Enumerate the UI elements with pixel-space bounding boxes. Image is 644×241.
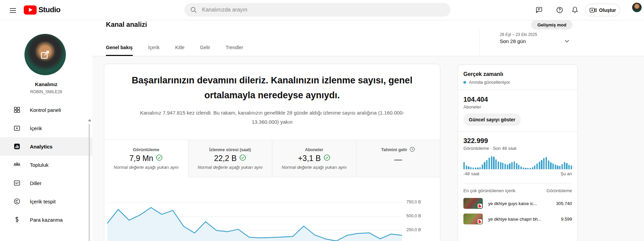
- tab-trendler[interactable]: Trendler: [226, 45, 243, 56]
- realtime-bar: [463, 162, 465, 169]
- check-circle-icon: [239, 154, 246, 163]
- feedback-button[interactable]: [532, 3, 546, 17]
- hamburger-menu-button[interactable]: [6, 4, 20, 17]
- popout-arrow-icon: [39, 49, 51, 60]
- sidebar-item-diller[interactable]: Diller: [0, 174, 92, 192]
- realtime-bar: [498, 161, 499, 169]
- realtime-bar: [477, 167, 478, 169]
- overview-card: Başarılarınızın devamını dileriz. Kanalı…: [104, 64, 440, 241]
- realtime-subscribers-value: 104.404: [463, 96, 572, 103]
- y-axis-tick: 500,0 B: [406, 214, 427, 218]
- realtime-bar: [473, 167, 474, 169]
- feedback-icon: [535, 6, 543, 14]
- realtime-bar: [543, 158, 545, 169]
- date-range-text: 26 Eyl – 23 Eki 2025: [500, 32, 537, 37]
- sidebar-item-label: İçerik tespit: [30, 199, 56, 204]
- realtime-bar: [552, 163, 554, 169]
- search-bar[interactable]: [184, 3, 450, 17]
- metric-value: 22,2 B: [214, 154, 237, 163]
- metric-card-2[interactable]: Aboneler+3,1 BNormal değerle aşağı yukar…: [272, 140, 356, 177]
- overview-headline: Başarılarınızın devamını dileriz. Kanalı…: [128, 73, 416, 103]
- top-content-views-header: Görüntüleme: [547, 188, 572, 193]
- page-title: Kanal analizi: [106, 21, 147, 28]
- analytics-icon: [13, 142, 21, 150]
- views-line-chart[interactable]: [107, 188, 402, 241]
- help-button[interactable]: [553, 3, 566, 17]
- tab-gelir[interactable]: Gelir: [200, 45, 210, 56]
- sidebar-item-kontrol-paneli[interactable]: Kontrol paneli: [0, 101, 92, 119]
- video-title: ye dkhiye guys kaise ic...: [488, 201, 551, 206]
- realtime-bar-chart[interactable]: [463, 156, 572, 169]
- youtube-logo-icon: [24, 5, 37, 15]
- metric-label: Aboneler: [305, 147, 323, 152]
- realtime-bar: [514, 161, 515, 169]
- tab-kitle[interactable]: Kitle: [175, 45, 184, 56]
- sidebar-item-label: Para kazanma: [30, 217, 63, 223]
- metric-card-3[interactable]: Tahmini gelir—: [356, 140, 440, 177]
- realtime-bar: [486, 160, 487, 169]
- account-avatar[interactable]: [632, 3, 642, 12]
- realtime-bar: [502, 163, 503, 169]
- search-input[interactable]: [201, 6, 420, 13]
- tab-i-çerik[interactable]: İçerik: [148, 45, 160, 56]
- realtime-bar: [491, 156, 492, 169]
- help-icon: [556, 6, 564, 14]
- realtime-bar: [527, 168, 529, 169]
- realtime-bar: [568, 165, 570, 169]
- realtime-bar: [520, 166, 522, 169]
- create-button[interactable]: Oluştur: [585, 4, 620, 16]
- top-content-row[interactable]: ye dkhiye kaise chapri bh...9.599: [463, 214, 572, 224]
- sidebar-item-label: İçerik: [30, 125, 42, 131]
- monetization-icon: [13, 216, 21, 224]
- realtime-axis-left: -48 saat: [463, 171, 479, 176]
- sidebar-item-topluluk[interactable]: Topluluk: [0, 156, 92, 174]
- realtime-bar: [511, 162, 513, 169]
- dashboard-icon: [13, 106, 21, 114]
- search-icon: [190, 6, 197, 14]
- realtime-views-label: Görüntüleme · Son 48 saat: [463, 146, 572, 151]
- create-button-label: Oluştur: [599, 7, 616, 13]
- video-title: ye dkhiye kaise chapri bh...: [488, 217, 555, 222]
- top-content-row[interactable]: ye dkhiye guys kaise ic...305.740: [463, 198, 572, 209]
- realtime-bar: [468, 166, 469, 169]
- channel-handle: ROBIN_SMILE28: [0, 89, 92, 94]
- top-content-list: ye dkhiye guys kaise ic...305.740ye dkhi…: [463, 198, 572, 224]
- realtime-bar: [482, 164, 483, 169]
- realtime-bar: [550, 162, 551, 169]
- realtime-bar: [534, 165, 535, 169]
- metric-card-0[interactable]: Görüntüleme7,9 MnNormal değerle aşağı yu…: [104, 140, 188, 177]
- realtime-bar: [504, 164, 506, 169]
- realtime-live-label: Anında güncelleniyor: [469, 80, 510, 85]
- realtime-bar: [525, 168, 526, 169]
- realtime-bar: [541, 160, 542, 169]
- top-content-header: En çok görüntülenen içerik: [463, 188, 515, 193]
- sidebar-item-para-kazanma[interactable]: Para kazanma: [0, 210, 92, 229]
- metric-note: Normal değerle aşağı yukarı aynı: [198, 165, 262, 170]
- metric-card-1[interactable]: İzlenme süresi (saat)22,2 BNormal değerl…: [188, 140, 272, 177]
- realtime-bar: [548, 160, 549, 169]
- tab-genel-bakış[interactable]: Genel bakış: [106, 45, 133, 56]
- sidebar-item-label: Kontrol paneli: [30, 107, 61, 113]
- metric-label: Görüntüleme: [133, 147, 159, 152]
- show-live-count-button[interactable]: Güncel sayıyı göster: [463, 114, 521, 126]
- sidebar-item-i-çerik-tespit[interactable]: İçerik tespit: [0, 192, 92, 210]
- sidebar-item-i-çerik[interactable]: İçerik: [0, 119, 92, 137]
- divider: [458, 131, 577, 132]
- sidebar-item-label: Analytics: [30, 144, 53, 149]
- check-circle-icon: [156, 154, 163, 163]
- sidebar-item-analytics[interactable]: Analytics: [0, 137, 92, 156]
- sidebar-scroll-up-arrow[interactable]: [88, 119, 91, 121]
- advanced-mode-button[interactable]: Gelişmiş mod: [531, 20, 572, 29]
- realtime-bar: [546, 157, 547, 169]
- youtube-studio-logo[interactable]: Studio: [24, 3, 60, 17]
- metric-value: —: [394, 155, 402, 164]
- views-trend-svg: [107, 188, 402, 241]
- metric-note: Normal değerle aşağı yukarı aynı: [282, 165, 347, 170]
- sidebar-scrollbar[interactable]: [89, 124, 90, 241]
- channel-avatar[interactable]: [24, 34, 66, 75]
- realtime-bar: [495, 159, 497, 169]
- realtime-bar: [479, 167, 481, 169]
- copyright-icon: [13, 197, 21, 205]
- notifications-button[interactable]: [568, 3, 582, 17]
- date-range-picker[interactable]: 26 Eyl – 23 Eki 2025 Son 28 gün: [479, 29, 644, 56]
